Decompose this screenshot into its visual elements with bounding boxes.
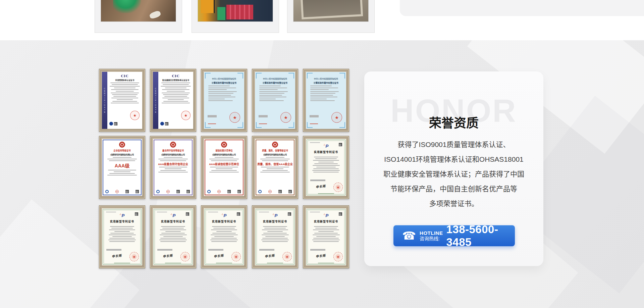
text-line	[112, 94, 137, 95]
text-line	[263, 226, 287, 227]
red-emblem-icon	[272, 142, 278, 148]
utility-model-patent-certificate-5[interactable]: ∴P实用新型专利证书申长雨★	[252, 205, 298, 268]
text-line	[310, 91, 339, 92]
text-line	[158, 159, 188, 159]
text-line	[260, 172, 290, 172]
utility-model-patent-certificate-3[interactable]: ∴P实用新型专利证书申长雨★	[150, 205, 196, 268]
red-star-seal: ★	[180, 252, 190, 261]
corner-ornament	[339, 122, 345, 128]
red-star-seal: ★	[333, 183, 343, 192]
utility-model-patent-certificate-4[interactable]: ∴P实用新型专利证书申长雨★	[201, 205, 247, 268]
occupational-health-safety-certificate[interactable]: CERTIFICATECIC职业健康安全管理体系认证证书★	[150, 69, 196, 132]
certificate-body	[153, 157, 193, 161]
cnipa-logo-dots: ∴	[324, 213, 325, 215]
green-netting-shape	[113, 0, 142, 13]
certificate-title: 质量、服务、信誉等级证书	[257, 149, 293, 152]
footer-line	[267, 263, 283, 263]
text-line	[211, 241, 237, 242]
text-line	[310, 95, 333, 96]
text-line	[211, 238, 237, 239]
text-line	[313, 160, 339, 161]
text-line	[259, 95, 282, 96]
corner-ornament	[307, 73, 313, 79]
project-photo-card[interactable]	[287, 0, 375, 33]
qr-code	[176, 190, 180, 193]
certificate-paper: ∴P实用新型专利证书申长雨★	[306, 139, 346, 196]
text-line	[160, 241, 186, 242]
text-line	[165, 88, 186, 88]
red-star-seal: ★	[129, 252, 139, 261]
certificate-title: 环境管理体系认证证书	[110, 79, 140, 82]
certificate-logos	[160, 122, 168, 125]
barcode	[311, 249, 325, 251]
text-line	[208, 97, 235, 97]
text-line	[111, 98, 139, 98]
text-line	[112, 101, 137, 102]
text-line	[107, 159, 137, 159]
red-star-logo: ★	[268, 190, 272, 193]
red-star-seal: ★	[282, 252, 292, 261]
certificate-side-band: CERTIFICATE	[153, 72, 158, 129]
pipe-shape	[149, 10, 162, 19]
project-photo-truck-site[interactable]	[198, 0, 273, 22]
project-photo-card[interactable]	[95, 0, 182, 33]
text-line	[313, 165, 340, 166]
text-line	[110, 86, 140, 87]
text-line	[211, 229, 237, 230]
text-line	[263, 233, 287, 234]
text-line	[168, 99, 184, 100]
text-line	[110, 233, 134, 234]
certificate-title: 企业信用等级证书	[104, 149, 141, 152]
text-line	[164, 157, 183, 158]
certificate-title: 计算机软件著作权登记证书	[205, 81, 243, 84]
text-line	[262, 170, 288, 171]
integrity-operation-demo-certificate[interactable]: 诚信经营示范单位合肥珂玛环保科技有限公司AAA级诚信经营示范单位★	[201, 136, 247, 199]
top-right-panel	[400, 0, 644, 16]
text-line	[315, 158, 337, 159]
description-line: 多项荣誉证书。	[364, 196, 543, 211]
project-photo-card[interactable]	[192, 0, 279, 33]
description-line: ISO14001环境管理体系认证和OHSAS18001	[364, 152, 543, 167]
text-line	[313, 235, 340, 235]
text-line	[167, 91, 185, 92]
corner-ornament	[339, 73, 345, 79]
red-star-logo: ★	[217, 190, 221, 193]
software-copyright-certificate-3[interactable]: 中华人民共和国国家版权局计算机软件著作权登记证书★	[303, 69, 349, 132]
rating-highlight: AAA级	[102, 162, 142, 169]
cnipa-logo-dots: ∴	[120, 213, 121, 215]
certificate-title: 实用新型专利证书	[102, 219, 142, 223]
text-line	[259, 93, 284, 94]
software-copyright-certificate-2[interactable]: 中华人民共和国国家版权局计算机软件著作权登记证书★	[252, 69, 298, 132]
project-photo-excavation[interactable]	[101, 0, 176, 22]
hotline-button[interactable]: ☎ HOTLINE 咨询热线: 138-5600-3485	[393, 225, 515, 246]
text-line	[208, 93, 233, 94]
text-line	[111, 228, 133, 228]
red-emblem-icon	[170, 142, 176, 148]
footer-line	[165, 263, 181, 263]
utility-model-patent-certificate-2[interactable]: ∴P实用新型专利证书申长雨★	[99, 205, 145, 268]
text-line	[259, 97, 286, 97]
project-photo-concrete-pit[interactable]	[293, 0, 369, 22]
trench-shape	[300, 0, 363, 19]
text-line	[214, 236, 234, 237]
utility-model-patent-certificate-1[interactable]: ∴P实用新型专利证书申长雨★	[303, 136, 349, 199]
quality-service-reputation-certificate[interactable]: 质量、服务、信誉等级证书合肥珂玛环保科技有限公司质量、服务、信誉AAA级企业★	[252, 136, 298, 199]
contract-honoring-rating-certificate[interactable]: 重合同守信用等级证书合肥珂玛环保科技有限公司AAA级重合同守信用企业★	[150, 136, 196, 199]
red-star-seal: ★	[231, 252, 241, 261]
qr-code	[165, 122, 168, 125]
text-line	[208, 99, 225, 99]
cic-round-logo	[109, 122, 113, 125]
text-line	[210, 167, 238, 167]
red-star-seal: ★	[331, 112, 342, 123]
red-star-seal: ★	[229, 112, 240, 123]
env-management-system-certificate[interactable]: CERTIFICATECIC环境管理体系认证证书★	[99, 69, 145, 132]
enterprise-credit-rating-certificate[interactable]: 企业信用等级证书合肥珂玛环保科技有限公司AAA级★	[99, 136, 145, 199]
honor-title: 荣誉资质	[364, 113, 543, 131]
utility-model-patent-certificate-6[interactable]: ∴P实用新型专利证书申长雨★	[303, 205, 349, 268]
text-line	[113, 96, 136, 97]
software-copyright-certificate-1[interactable]: 中华人民共和国国家版权局计算机软件著作权登记证书★	[201, 69, 247, 132]
text-line	[318, 162, 334, 162]
text-line	[161, 233, 185, 234]
certificate-paper: ∴P实用新型专利证书申长雨★	[306, 208, 346, 265]
text-line	[113, 157, 132, 158]
